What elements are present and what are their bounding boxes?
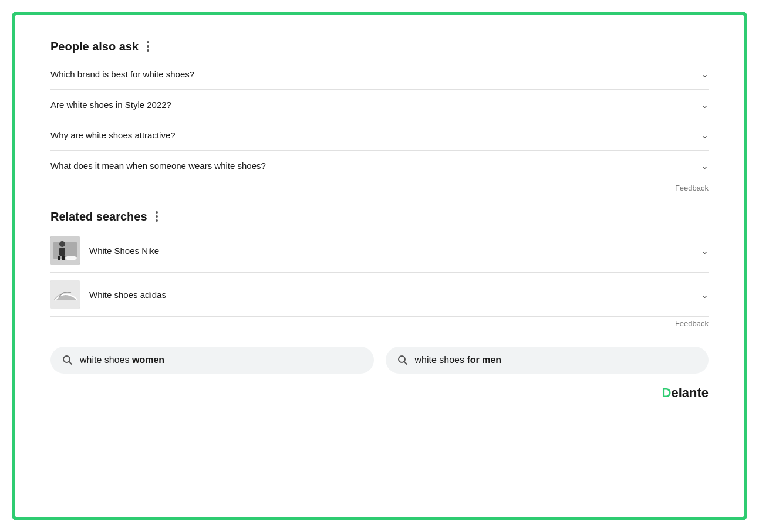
faq-item-1[interactable]: Which brand is best for white shoes? ⌄ xyxy=(50,59,709,90)
search-icon-men xyxy=(397,355,408,365)
delante-logo: Delante xyxy=(662,385,709,401)
pill-bold-men: for men xyxy=(467,355,501,365)
search-pill-women[interactable]: white shoes women xyxy=(50,347,374,374)
dot-r1 xyxy=(156,211,158,214)
faq-question-2: Are white shoes in Style 2022? xyxy=(50,100,171,110)
chevron-icon-4: ⌄ xyxy=(701,160,709,171)
related-searches-section: Related searches xyxy=(50,209,709,328)
adidas-thumb-svg xyxy=(50,280,80,309)
search-pill-men[interactable]: white shoes for men xyxy=(386,347,709,374)
dot-r3 xyxy=(156,219,158,222)
faq-item-2[interactable]: Are white shoes in Style 2022? ⌄ xyxy=(50,90,709,120)
dot-2 xyxy=(147,45,149,48)
related-item-adidas[interactable]: White shoes adidas ⌄ xyxy=(50,273,709,317)
dot-r2 xyxy=(156,215,158,218)
related-label-nike: White Shoes Nike xyxy=(89,246,701,256)
svg-rect-5 xyxy=(62,256,65,260)
related-header: Related searches xyxy=(50,209,709,224)
faq-item-4[interactable]: What does it mean when someone wears whi… xyxy=(50,151,709,181)
main-frame: People also ask Which brand is best for … xyxy=(12,12,747,520)
related-thumb-nike xyxy=(50,236,80,265)
related-title: Related searches xyxy=(50,210,147,223)
related-label-adidas: White shoes adidas xyxy=(89,290,701,300)
svg-line-11 xyxy=(404,362,407,365)
faq-question-3: Why are white shoes attractive? xyxy=(50,130,176,140)
faq-question-4: What does it mean when someone wears whi… xyxy=(50,161,266,171)
chevron-icon-adidas: ⌄ xyxy=(701,289,709,300)
paa-menu-dots[interactable] xyxy=(144,39,151,54)
related-thumb-adidas xyxy=(50,280,80,309)
search-icon-women xyxy=(62,355,73,365)
chevron-icon-1: ⌄ xyxy=(701,69,709,80)
svg-line-9 xyxy=(69,362,72,365)
paa-feedback-row: Feedback xyxy=(50,184,709,192)
related-item-nike[interactable]: White Shoes Nike ⌄ xyxy=(50,229,709,273)
dot-1 xyxy=(147,41,149,43)
pill-text-men: white shoes for men xyxy=(415,355,502,365)
pill-bold-women: women xyxy=(132,355,164,365)
faq-question-1: Which brand is best for white shoes? xyxy=(50,69,194,79)
svg-rect-3 xyxy=(59,248,65,256)
svg-point-6 xyxy=(65,256,77,260)
logo-row: Delante xyxy=(50,385,709,401)
pill-text-women: white shoes women xyxy=(80,355,164,365)
related-feedback-link[interactable]: Feedback xyxy=(675,319,709,328)
paa-header: People also ask xyxy=(50,39,709,54)
faq-item-3[interactable]: Why are white shoes attractive? ⌄ xyxy=(50,120,709,151)
nike-thumb-svg xyxy=(50,236,80,265)
chevron-icon-2: ⌄ xyxy=(701,99,709,110)
chevron-icon-nike: ⌄ xyxy=(701,245,709,256)
paa-feedback-link[interactable]: Feedback xyxy=(675,184,709,192)
logo-rest: elante xyxy=(671,385,709,400)
paa-title: People also ask xyxy=(50,40,139,53)
related-menu-dots[interactable] xyxy=(153,209,160,224)
chevron-icon-3: ⌄ xyxy=(701,130,709,141)
dot-3 xyxy=(147,49,149,52)
svg-point-2 xyxy=(59,241,65,247)
related-feedback-row: Feedback xyxy=(50,319,709,328)
logo-d: D xyxy=(662,385,672,400)
svg-rect-4 xyxy=(58,256,60,260)
search-pills-row: white shoes women white shoes for men xyxy=(50,347,709,374)
